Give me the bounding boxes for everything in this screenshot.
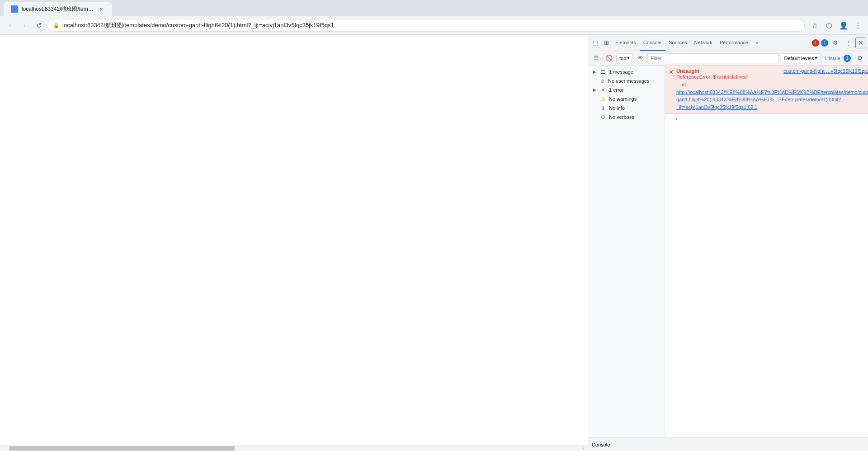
console-settings-button[interactable]: ⚙: [854, 53, 865, 64]
devtools-bottom-bar: Console: [588, 437, 868, 451]
reload-button[interactable]: ↺: [33, 19, 45, 32]
error-header: Uncaught custom-gantt-flight …v5fqc35jk1…: [676, 68, 868, 74]
devtools-header-actions: 1 1 ⚙ ⋮ ✕: [812, 38, 866, 48]
error-entry-content: Uncaught custom-gantt-flight …v5fqc35jk1…: [676, 68, 868, 111]
context-label: top: [619, 56, 626, 61]
error-expand-row[interactable]: ›: [665, 114, 868, 123]
verbose-label: No verbose: [609, 114, 634, 120]
info-icon: ℹ: [600, 105, 606, 111]
sidebar-item-warnings[interactable]: ▶ ⚠ No warnings: [588, 94, 665, 103]
tab-network[interactable]: Network: [691, 35, 716, 51]
menu-button[interactable]: ⋮: [852, 19, 864, 32]
nav-bar: ‹ › ↺ 🔒 localhost:63342/航班图/templates/de…: [0, 16, 868, 34]
info-label: No info: [609, 105, 625, 111]
levels-dropdown-icon: ▾: [815, 55, 817, 61]
expand-icon: ▶: [592, 69, 597, 75]
error-entry-icon: ✕: [669, 69, 674, 75]
bookmark-button[interactable]: ☆: [808, 19, 821, 32]
tab-favicon: [11, 5, 18, 13]
error-type-label: Uncaught: [676, 68, 699, 74]
console-sidebar-toggle[interactable]: ☰: [591, 53, 602, 64]
tab-title: localhost:63342/航班图/templates/demo/custo…: [22, 5, 94, 13]
issues-count: 1: [844, 55, 851, 62]
main-area: › ⬚ ⊞ Elements Console Sources Network P…: [0, 35, 868, 451]
devtools-undock-button[interactable]: ⊞: [601, 38, 612, 48]
devtools-tab-bar: ⬚ ⊞ Elements Console Sources Network Per…: [588, 35, 868, 51]
context-dropdown-icon: ▾: [627, 55, 630, 61]
console-sidebar: ▶ ☰ 1 message ⊘ No user messages ▶ ✕ 1 e…: [588, 66, 665, 437]
user-icon: ⊘: [599, 78, 605, 84]
active-tab[interactable]: localhost:63342/航班图/templates/demo/custo…: [4, 2, 112, 16]
warnings-label: No warnings: [609, 96, 637, 102]
devtools-settings-button[interactable]: ⚙: [830, 38, 841, 48]
expand-arrow[interactable]: ›: [676, 116, 678, 121]
warning-icon: ⚠: [600, 96, 606, 102]
tab-elements[interactable]: Elements: [612, 35, 640, 51]
extension-button[interactable]: ⬡: [823, 19, 835, 32]
error-stack-link[interactable]: http://localhost:63342/%E8%88%AA%E7%8F%A…: [676, 89, 868, 110]
sidebar-item-errors[interactable]: ▶ ✕ 1 error: [588, 85, 665, 94]
page-scrollbar[interactable]: ›: [0, 445, 588, 451]
expand-errors-icon: ▶: [592, 87, 597, 93]
devtools-close-button[interactable]: ✕: [855, 38, 866, 48]
back-button[interactable]: ‹: [4, 19, 16, 32]
tab-more[interactable]: »: [752, 35, 762, 51]
url-text: localhost:63342/航班图/templates/demo/custo…: [62, 21, 799, 29]
error-entry: ✕ Uncaught custom-gantt-flight …v5fqc35j…: [665, 66, 868, 114]
user-messages-label: No user messages: [608, 78, 650, 84]
error-count-badge: 1: [812, 39, 819, 47]
console-body: ▶ ☰ 1 message ⊘ No user messages ▶ ✕ 1 e…: [588, 66, 868, 437]
tab-bar: localhost:63342/航班图/templates/demo/custo…: [0, 0, 868, 16]
error-icon: ✕: [600, 87, 606, 93]
error-source-link[interactable]: custom-gantt-flight …v5fqc35jk19f5qs1:62: [783, 68, 868, 74]
devtools-panel-tabs: Elements Console Sources Network Perform…: [612, 35, 812, 51]
scroll-right-arrow[interactable]: ›: [579, 445, 588, 451]
nav-actions: ☆ ⬡ 👤 ⋮: [808, 19, 864, 32]
context-selector[interactable]: top ▾: [616, 53, 633, 63]
browser-chrome: localhost:63342/航班图/templates/demo/custo…: [0, 0, 868, 35]
sidebar-item-messages[interactable]: ▶ ☰ 1 message: [588, 67, 665, 76]
lock-icon: 🔒: [53, 22, 60, 28]
verbose-icon: ⚙: [600, 114, 606, 120]
levels-label: Default levels: [784, 56, 814, 61]
devtools-panel: ⬚ ⊞ Elements Console Sources Network Per…: [588, 35, 868, 451]
address-bar[interactable]: 🔒 localhost:63342/航班图/templates/demo/cus…: [47, 19, 805, 32]
console-bottom-label: Console: [592, 442, 610, 447]
scrollbar-thumb[interactable]: [9, 446, 235, 451]
forward-button[interactable]: ›: [18, 19, 31, 32]
console-eye-button[interactable]: 👁: [635, 53, 646, 64]
error-message-text: ReferenceError: $ is not defined: [676, 74, 868, 80]
devtools-more-button[interactable]: ⋮: [843, 38, 854, 48]
sidebar-item-verbose[interactable]: ▶ ⚙ No verbose: [588, 113, 665, 122]
tab-close-button[interactable]: ✕: [98, 5, 105, 13]
error-badge-area: 1: [812, 39, 819, 47]
console-filter-input[interactable]: [647, 53, 779, 63]
message-count-badge: 1: [821, 39, 828, 47]
error-stack-trace: at http://localhost:63342/%E8%88%AA%E7%8…: [676, 81, 868, 111]
messages-label: 1 message: [609, 69, 633, 75]
console-clear-button[interactable]: 🚫: [604, 53, 614, 64]
errors-label: 1 error: [609, 87, 623, 93]
account-button[interactable]: 👤: [837, 19, 850, 32]
levels-selector[interactable]: Default levels ▾: [781, 53, 821, 63]
message-badge-area: 1: [821, 39, 828, 47]
devtools-dock-button[interactable]: ⬚: [590, 38, 601, 48]
sidebar-item-info[interactable]: ▶ ℹ No info: [588, 103, 665, 113]
sidebar-item-user-messages[interactable]: ⊘ No user messages: [588, 76, 665, 85]
tab-console[interactable]: Console: [640, 35, 665, 51]
console-controls: ☰ 🚫 top ▾ 👁 Default levels ▾ 1 Issue: 1 …: [588, 51, 868, 66]
console-output: ✕ Uncaught custom-gantt-flight …v5fqc35j…: [665, 66, 868, 437]
tab-performance[interactable]: Performance: [716, 35, 752, 51]
page-content: ›: [0, 35, 588, 451]
messages-icon: ☰: [600, 69, 606, 75]
tab-sources[interactable]: Sources: [665, 35, 690, 51]
issues-badge[interactable]: 1 Issue: 1: [822, 55, 853, 62]
issues-label: 1 Issue:: [824, 56, 842, 61]
